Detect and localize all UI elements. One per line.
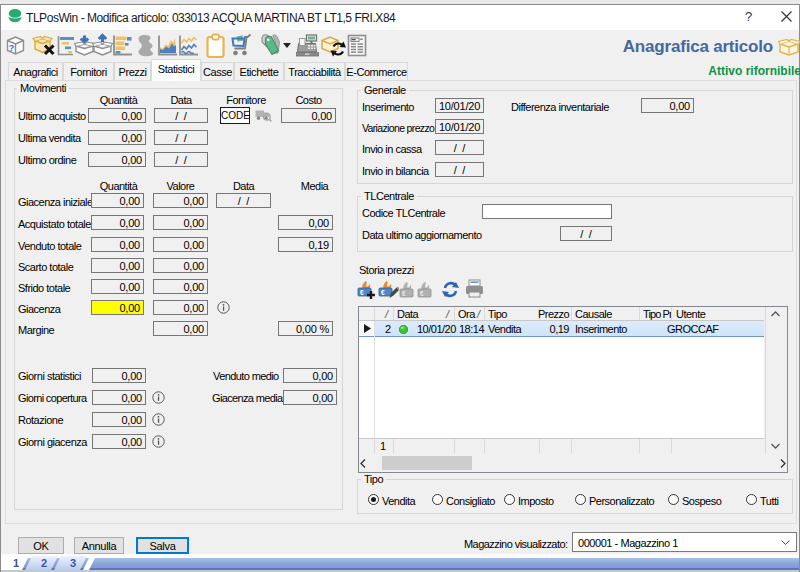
svg-text:€: € [420,290,424,297]
svg-text:3: 3 [70,557,76,569]
svg-text:€: € [381,289,385,296]
svg-text:1: 1 [13,557,19,569]
svg-text:?: ? [9,43,15,53]
svg-text:2: 2 [41,557,47,569]
svg-text:€: € [360,289,364,296]
svg-text:€: € [402,290,406,297]
